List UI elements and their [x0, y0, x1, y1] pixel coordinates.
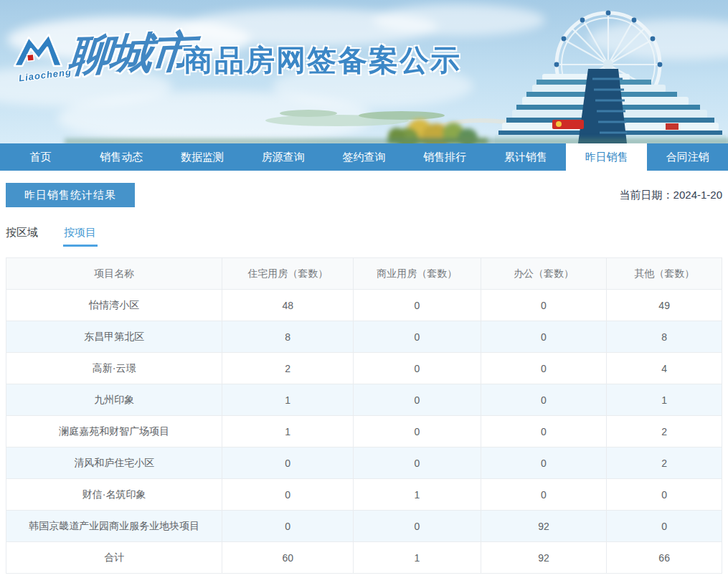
table-row: 清风和庐住宅小区0002 [6, 447, 722, 479]
table-cell: 0 [481, 479, 607, 511]
nav-item[interactable]: 签约查询 [323, 143, 405, 171]
stats-table-wrap: 项目名称住宅用房（套数）商业用房（套数）办公（套数）其他（套数） 怡情湾小区48… [6, 257, 722, 574]
table-cell: 0 [481, 290, 607, 321]
table-cell: 合计 [6, 542, 222, 574]
table-cell: 92 [481, 511, 607, 542]
section-title-badge: 昨日销售统计结果 [6, 183, 135, 207]
table-row: 高新·云璟2004 [6, 353, 722, 384]
table-cell: 0 [222, 511, 354, 542]
table-cell: 0 [481, 447, 607, 479]
nav-item[interactable]: 数据监测 [162, 143, 243, 171]
table-cell: 东昌甲第北区 [6, 321, 222, 353]
nav-item[interactable]: 合同注销 [647, 143, 728, 171]
table-cell: 澜庭嘉苑和财智广场项目 [6, 416, 222, 447]
table-cell: 0 [354, 447, 481, 479]
table-cell: 1 [607, 384, 722, 416]
table-cell: 0 [354, 511, 481, 542]
main-nav: 首页销售动态数据监测房源查询签约查询销售排行累计销售昨日销售合同注销 [0, 143, 728, 171]
table-cell: 0 [354, 353, 481, 384]
brand-city-name: 聊城市 [67, 29, 194, 77]
table-cell: 66 [607, 542, 722, 574]
table-cell: 0 [354, 384, 481, 416]
sales-stats-table: 项目名称住宅用房（套数）商业用房（套数）办公（套数）其他（套数） 怡情湾小区48… [6, 257, 722, 574]
title-row: 昨日销售统计结果 当前日期：2024-1-20 [6, 183, 722, 207]
table-cell: 2 [607, 416, 722, 447]
table-cell: 8 [222, 321, 354, 353]
tab[interactable]: 按区域 [6, 226, 38, 247]
table-cell: 4 [607, 353, 722, 384]
table-cell: 清风和庐住宅小区 [6, 447, 222, 479]
site-banner: Liaocheng 聊城市 商品房网签备案公示 [0, 0, 728, 143]
table-cell: 0 [607, 511, 722, 542]
view-tabs: 按区域按项目 [6, 226, 722, 247]
table-cell: 8 [607, 321, 722, 353]
table-header-row: 项目名称住宅用房（套数）商业用房（套数）办公（套数）其他（套数） [6, 258, 722, 290]
table-row: 九州印象1001 [6, 384, 722, 416]
table-cell: 九州印象 [6, 384, 222, 416]
table-cell: 1 [222, 416, 354, 447]
table-cell: 0 [354, 416, 481, 447]
table-cell: 60 [222, 542, 354, 574]
table-cell: 0 [481, 384, 607, 416]
nav-item[interactable]: 首页 [0, 143, 81, 171]
table-cell: 高新·云璟 [6, 353, 222, 384]
nav-item[interactable]: 房源查询 [242, 143, 323, 171]
column-header: 项目名称 [6, 258, 222, 290]
nav-item[interactable]: 昨日销售 [566, 143, 647, 171]
table-cell: 2 [607, 447, 722, 479]
nav-item[interactable]: 销售排行 [405, 143, 486, 171]
table-row: 澜庭嘉苑和财智广场项目1002 [6, 416, 722, 447]
table-cell: 1 [222, 384, 354, 416]
column-header: 住宅用房（套数） [222, 258, 354, 290]
table-cell: 0 [354, 321, 481, 353]
table-cell: 2 [222, 353, 354, 384]
site-title: 商品房网签备案公示 [184, 46, 461, 75]
table-cell: 1 [354, 479, 481, 511]
table-row: 东昌甲第北区8008 [6, 321, 722, 353]
table-cell: 0 [222, 447, 354, 479]
table-cell: 1 [354, 542, 481, 574]
liaocheng-logo-icon [13, 29, 63, 72]
table-cell: 财信·名筑印象 [6, 479, 222, 511]
table-cell: 0 [481, 321, 607, 353]
table-row: 怡情湾小区480049 [6, 290, 722, 321]
table-cell: 怡情湾小区 [6, 290, 222, 321]
table-cell: 0 [481, 353, 607, 384]
table-row: 财信·名筑印象0100 [6, 479, 722, 511]
table-cell: 92 [481, 542, 607, 574]
table-cell: 0 [481, 416, 607, 447]
table-row: 合计6019266 [6, 542, 722, 574]
table-cell: 0 [607, 479, 722, 511]
table-cell: 48 [222, 290, 354, 321]
tab[interactable]: 按项目 [64, 226, 96, 247]
main-content: 昨日销售统计结果 当前日期：2024-1-20 按区域按项目 项目名称住宅用房（… [0, 183, 728, 574]
nav-item[interactable]: 销售动态 [81, 143, 162, 171]
column-header: 其他（套数） [607, 258, 722, 290]
column-header: 商业用房（套数） [354, 258, 481, 290]
table-body: 怡情湾小区480049东昌甲第北区8008高新·云璟2004九州印象1001澜庭… [6, 290, 722, 574]
table-cell: 韩国京畿道产业园商业服务业地块项目 [6, 511, 222, 542]
table-cell: 49 [607, 290, 722, 321]
table-cell: 0 [222, 479, 354, 511]
current-date-label: 当前日期：2024-1-20 [620, 189, 722, 202]
table-cell: 0 [354, 290, 481, 321]
table-row: 韩国京畿道产业园商业服务业地块项目00920 [6, 511, 722, 542]
nav-item[interactable]: 累计销售 [486, 143, 567, 171]
column-header: 办公（套数） [481, 258, 607, 290]
